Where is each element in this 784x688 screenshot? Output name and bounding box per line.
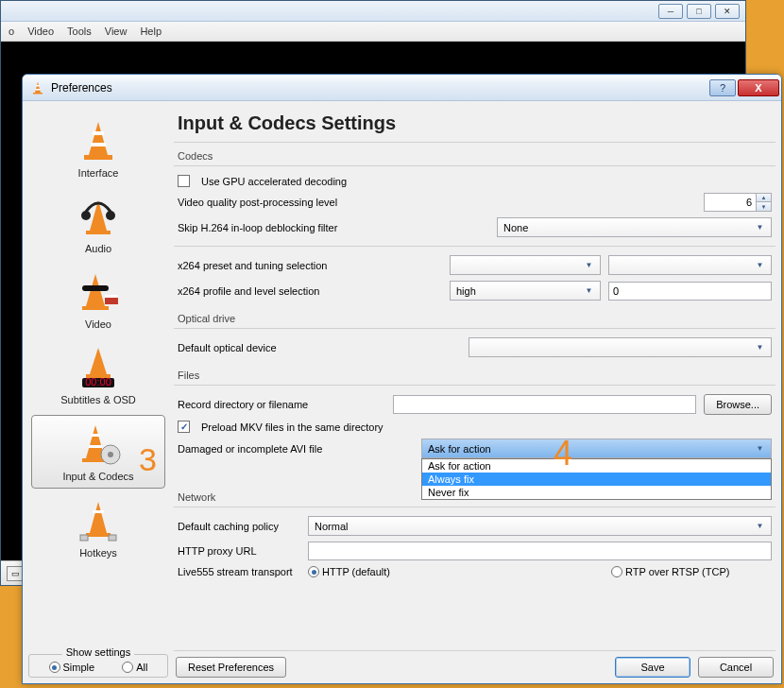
- svg-rect-6: [93, 131, 104, 135]
- sidebar-item-input-codecs[interactable]: Input & Codecs 3: [31, 415, 165, 489]
- save-button[interactable]: Save: [615, 657, 690, 678]
- svg-rect-24: [89, 445, 102, 448]
- chevron-down-icon: ▼: [753, 261, 767, 269]
- skip-h264-label: Skip H.264 in-loop deblocking filter: [178, 222, 489, 233]
- chevron-down-icon: ▼: [753, 522, 767, 530]
- cone-subtitle-icon: 00:00: [74, 343, 123, 392]
- skip-h264-combo[interactable]: None ▼: [497, 217, 772, 237]
- browse-button[interactable]: Browse...: [704, 394, 772, 415]
- x264-tuning-combo[interactable]: ▼: [608, 255, 772, 275]
- gpu-decoding-checkbox[interactable]: [178, 175, 190, 187]
- radio-icon: [122, 662, 133, 673]
- live555-http-radio[interactable]: HTTP (default): [308, 566, 469, 577]
- svg-rect-5: [84, 155, 112, 160]
- radio-label: Simple: [63, 662, 95, 673]
- cone-headphones-icon: [74, 192, 123, 241]
- cancel-button[interactable]: Cancel: [698, 657, 774, 678]
- chevron-down-icon: ▼: [582, 286, 596, 295]
- menu-item[interactable]: Tools: [67, 26, 92, 37]
- sidebar-item-label: Subtitles & OSD: [60, 394, 135, 405]
- dialog-close-button[interactable]: X: [738, 79, 779, 96]
- chevron-down-icon: ▼: [753, 343, 767, 352]
- dialog-help-button[interactable]: ?: [709, 79, 736, 96]
- svg-rect-2: [36, 85, 40, 87]
- show-settings-all-radio[interactable]: All: [122, 662, 147, 673]
- spinner-down-icon[interactable]: ▼: [757, 202, 771, 211]
- page-title: Input & Codecs Settings: [174, 107, 775, 142]
- gpu-decoding-label: Use GPU accelerated decoding: [201, 176, 347, 187]
- svg-rect-13: [82, 306, 109, 310]
- chevron-down-icon: ▼: [753, 223, 767, 232]
- default-optical-label: Default optical device: [178, 342, 461, 353]
- annotation-4: 4: [554, 434, 572, 473]
- reset-preferences-button[interactable]: Reset Preferences: [176, 657, 286, 678]
- radio-label: HTTP (default): [322, 566, 390, 577]
- radio-label: RTP over RTSP (TCP): [625, 566, 729, 577]
- svg-point-26: [108, 452, 113, 457]
- radio-icon: [49, 662, 60, 673]
- combo-value: Normal: [315, 521, 753, 532]
- cone-disc-icon: [74, 420, 123, 469]
- record-dir-input[interactable]: [393, 395, 696, 414]
- menu-item[interactable]: Video: [27, 26, 54, 37]
- svg-rect-23: [91, 434, 100, 437]
- cone-glasses-icon: [74, 267, 123, 317]
- annotation-3: 3: [139, 441, 157, 478]
- avi-option-ask[interactable]: Ask for action: [422, 459, 771, 473]
- sidebar-item-label: Interface: [78, 167, 119, 179]
- group-files: Files Record directory or filename Brows…: [174, 368, 775, 461]
- parent-close-button[interactable]: ✕: [715, 4, 740, 19]
- svg-point-10: [81, 211, 91, 220]
- radio-label: All: [136, 662, 147, 673]
- menu-item[interactable]: Help: [140, 26, 162, 37]
- x264-preset-combo[interactable]: ▼: [450, 255, 601, 275]
- dialog-title: Preferences: [51, 81, 709, 95]
- svg-point-11: [106, 211, 115, 220]
- svg-marker-27: [90, 502, 107, 533]
- spinner-up-icon[interactable]: ▲: [757, 194, 771, 202]
- svg-rect-14: [82, 285, 109, 291]
- combo-value: high: [456, 285, 582, 297]
- parent-maximize-button[interactable]: □: [687, 4, 711, 19]
- svg-rect-31: [109, 535, 116, 541]
- svg-marker-4: [89, 122, 108, 155]
- svg-rect-16: [105, 295, 118, 298]
- sidebar-item-hotkeys[interactable]: Hotkeys: [31, 492, 165, 564]
- parent-minimize-button[interactable]: ─: [658, 4, 683, 19]
- cone-keys-icon: [74, 496, 123, 545]
- video-quality-input[interactable]: [704, 193, 757, 212]
- sidebar-item-video[interactable]: Video: [31, 264, 165, 335]
- svg-marker-0: [35, 81, 41, 93]
- proxy-input[interactable]: [308, 542, 772, 560]
- dialog-titlebar: Preferences ? X: [23, 75, 781, 101]
- chevron-down-icon: ▼: [582, 261, 596, 269]
- radio-icon: [611, 566, 622, 577]
- cone-icon: [74, 116, 123, 165]
- group-optical: Optical drive Default optical device ▼: [174, 311, 775, 360]
- sidebar-item-audio[interactable]: Audio: [31, 188, 165, 260]
- default-optical-combo[interactable]: ▼: [469, 337, 772, 357]
- show-settings-simple-radio[interactable]: Simple: [49, 662, 95, 673]
- x264-level-input[interactable]: [608, 282, 772, 301]
- avi-combo[interactable]: Ask for action ▼ Ask for action Always f…: [421, 439, 772, 458]
- live555-rtp-radio[interactable]: RTP over RTSP (TCP): [611, 566, 772, 577]
- video-quality-spinner[interactable]: ▲▼: [704, 193, 772, 212]
- parent-menubar: o Video Tools View Help: [1, 22, 745, 42]
- chevron-down-icon: ▼: [753, 444, 767, 453]
- avi-option-always[interactable]: Always fix: [422, 473, 771, 486]
- x264-profile-combo[interactable]: high▼: [450, 281, 601, 301]
- caching-combo[interactable]: Normal▼: [308, 516, 772, 536]
- avi-option-never[interactable]: Never fix: [422, 486, 771, 499]
- menu-item[interactable]: View: [105, 26, 128, 37]
- sidebar-item-interface[interactable]: Interface: [31, 112, 165, 184]
- sidebar-item-subtitles[interactable]: 00:00 Subtitles & OSD: [31, 339, 165, 411]
- group-title: Codecs: [174, 148, 775, 165]
- preload-mkv-label: Preload MKV files in the same directory: [201, 421, 383, 433]
- svg-rect-29: [93, 510, 104, 513]
- svg-rect-30: [80, 535, 88, 541]
- menu-item[interactable]: o: [9, 26, 14, 37]
- sidebar-item-label: Audio: [85, 243, 111, 254]
- sidebar-item-label: Input & Codecs: [62, 471, 133, 482]
- svg-rect-3: [36, 89, 41, 91]
- preload-mkv-checkbox[interactable]: [178, 421, 190, 433]
